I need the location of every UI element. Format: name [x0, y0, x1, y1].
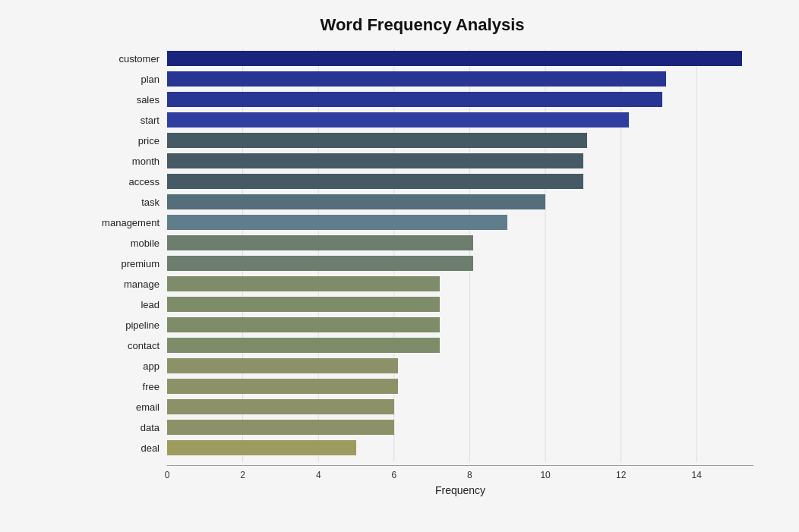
- bar-fill: [167, 256, 473, 271]
- x-tick: 6: [391, 470, 396, 480]
- bar-label: lead: [91, 299, 167, 310]
- bar-fill: [167, 338, 440, 353]
- bar-wrapper: [167, 112, 753, 127]
- bar-label: data: [91, 422, 167, 433]
- x-tick: 2: [240, 470, 245, 480]
- bar-row: plan: [91, 69, 753, 89]
- bar-fill: [167, 112, 629, 127]
- x-tick: 8: [467, 470, 472, 480]
- bar-label: start: [91, 115, 167, 126]
- x-tick: 4: [316, 470, 321, 480]
- x-tick: 12: [616, 470, 626, 480]
- bar-label: price: [91, 135, 167, 146]
- bar-wrapper: [167, 51, 753, 66]
- bar-row: management: [91, 212, 753, 232]
- bar-label: pipeline: [91, 320, 167, 331]
- bar-wrapper: [167, 194, 753, 209]
- bar-row: mobile: [91, 233, 753, 253]
- bar-row: email: [91, 397, 753, 417]
- bar-fill: [167, 71, 666, 87]
- bar-label: month: [91, 156, 167, 167]
- bar-row: app: [91, 356, 753, 376]
- x-tick: 14: [692, 470, 702, 480]
- bar-fill: [167, 358, 398, 373]
- x-tick: 10: [540, 470, 550, 480]
- bar-label: access: [91, 176, 167, 187]
- chart-container: Word Frequency Analysis customerplansale…: [0, 0, 799, 532]
- bar-wrapper: [167, 71, 753, 87]
- bar-row: task: [91, 192, 753, 212]
- bar-row: free: [91, 376, 753, 396]
- bar-label: sales: [91, 94, 167, 105]
- bars-container: customerplansalesstartpricemonthaccessta…: [91, 49, 753, 462]
- bar-wrapper: [167, 358, 753, 373]
- bar-wrapper: [167, 133, 753, 148]
- bar-label: deal: [91, 442, 167, 454]
- bar-label: customer: [91, 53, 167, 65]
- bar-fill: [167, 379, 398, 394]
- bar-row: customer: [91, 49, 753, 68]
- bar-fill: [167, 420, 394, 435]
- bar-label: app: [91, 360, 167, 372]
- bar-row: data: [91, 417, 753, 437]
- bar-row: pipeline: [91, 315, 753, 335]
- bar-wrapper: [167, 317, 753, 332]
- bar-wrapper: [167, 153, 753, 168]
- bar-wrapper: [167, 235, 753, 250]
- bar-fill: [167, 92, 662, 107]
- bar-wrapper: [167, 420, 753, 435]
- bar-label: email: [91, 401, 167, 413]
- bar-fill: [167, 51, 742, 66]
- bar-fill: [167, 317, 440, 332]
- bar-row: premium: [91, 253, 753, 273]
- bar-wrapper: [167, 297, 753, 312]
- bar-row: start: [91, 110, 753, 130]
- bar-wrapper: [167, 256, 753, 271]
- bar-label: plan: [91, 74, 167, 85]
- bar-row: sales: [91, 90, 753, 109]
- bar-row: lead: [91, 294, 753, 314]
- bar-wrapper: [167, 215, 753, 230]
- bar-wrapper: [167, 440, 753, 455]
- bar-row: manage: [91, 274, 753, 294]
- bar-label: manage: [91, 279, 167, 290]
- bar-row: deal: [91, 438, 753, 458]
- x-axis-label: Frequency: [167, 484, 753, 496]
- bar-label: free: [91, 381, 167, 392]
- bar-fill: [167, 133, 587, 148]
- bar-row: month: [91, 151, 753, 171]
- chart-title: Word Frequency Analysis: [91, 15, 753, 35]
- bar-wrapper: [167, 174, 753, 189]
- x-axis: 02468101214 Frequency: [167, 465, 753, 496]
- bar-fill: [167, 153, 583, 168]
- bar-fill: [167, 194, 545, 209]
- bar-label: contact: [91, 340, 167, 351]
- bar-fill: [167, 440, 356, 455]
- bar-fill: [167, 399, 394, 414]
- bar-label: management: [91, 217, 167, 228]
- bar-fill: [167, 297, 440, 312]
- bar-fill: [167, 215, 507, 230]
- bar-row: contact: [91, 335, 753, 355]
- bar-row: price: [91, 131, 753, 150]
- bar-label: task: [91, 197, 167, 208]
- bar-wrapper: [167, 92, 753, 107]
- bar-wrapper: [167, 399, 753, 414]
- bar-label: premium: [91, 258, 167, 269]
- bar-wrapper: [167, 338, 753, 353]
- bar-label: mobile: [91, 238, 167, 249]
- bar-wrapper: [167, 276, 753, 291]
- bar-wrapper: [167, 379, 753, 394]
- bar-fill: [167, 276, 440, 291]
- bar-fill: [167, 174, 583, 189]
- bar-row: access: [91, 172, 753, 191]
- x-tick: 0: [165, 470, 170, 480]
- bar-fill: [167, 235, 473, 250]
